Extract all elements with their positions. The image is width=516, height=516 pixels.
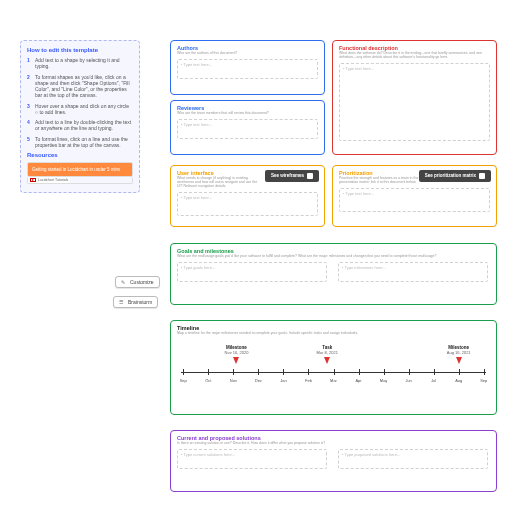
card-subtitle: Map a timeline for the major milestones … <box>177 332 490 336</box>
card-subtitle: What does the software do? Describe it i… <box>339 52 490 60</box>
timeline-tick <box>384 369 385 375</box>
reviewers-input[interactable]: • Type text here... <box>177 119 318 139</box>
help-step: Add text to a shape by selecting it and … <box>35 57 133 70</box>
timeline-tick <box>183 369 184 375</box>
timeline-month-label: Jul <box>431 378 436 383</box>
help-title: How to edit this template <box>27 47 133 53</box>
help-step: To format shapes as you'd like, click on… <box>35 74 133 99</box>
brainstorm-button[interactable]: Brainstorm <box>113 296 158 308</box>
timeline-marker[interactable]: MilestoneNov 16, 2020 <box>213 345 259 364</box>
milestones-input[interactable]: • Type milestones here... <box>338 262 488 282</box>
goals-card[interactable]: Goals and milestones What are the end/us… <box>170 243 497 305</box>
marker-date: Mar 8, 2021 <box>304 350 350 355</box>
timeline-month-label: Sep <box>180 378 187 383</box>
authors-input[interactable]: • Type text here... <box>177 59 318 79</box>
timeline-tick <box>258 369 259 375</box>
resource-video-card[interactable]: Getting started in Lucidchart in under 5… <box>27 162 133 177</box>
timeline-tick <box>359 369 360 375</box>
card-subtitle: What needs to change (if anything) in ex… <box>177 177 262 189</box>
marker-date: Nov 16, 2020 <box>213 350 259 355</box>
timeline-tick <box>308 369 309 375</box>
user-interface-card[interactable]: User interface What needs to change (if … <box>170 165 325 227</box>
timeline-month-label: Oct <box>205 378 211 383</box>
timeline-month-label: Dec <box>255 378 262 383</box>
help-step: Hover over a shape and click on any circ… <box>35 103 133 116</box>
customize-button[interactable]: Customize <box>115 276 160 288</box>
timeline-month-label: Sep <box>480 378 487 383</box>
timeline-month-label: Mar <box>330 378 337 383</box>
help-steps: 1Add text to a shape by selecting it and… <box>27 57 133 148</box>
card-subtitle: Who are the authors of this document? <box>177 52 318 56</box>
timeline-month-label: May <box>380 378 388 383</box>
timeline-month-label: Feb <box>305 378 312 383</box>
menu-icon <box>119 299 125 305</box>
timeline-month-label: Jun <box>405 378 411 383</box>
prioritization-card[interactable]: Prioritization Prioritize the strength a… <box>332 165 497 227</box>
current-solutions-input[interactable]: • Type current solutions here... <box>177 449 327 469</box>
wand-icon <box>121 279 127 285</box>
timeline-month-label: Jan <box>280 378 286 383</box>
functional-description-card[interactable]: Functional description What does the sof… <box>332 40 497 155</box>
timeline-marker[interactable]: TaskMar 8, 2021 <box>304 345 350 364</box>
timeline-tick <box>233 369 234 375</box>
timeline-month-label: Apr <box>355 378 361 383</box>
marker-date: Aug 16, 2021 <box>436 350 482 355</box>
timeline-tick <box>459 369 460 375</box>
reviewers-card[interactable]: Reviewers Who are the team members that … <box>170 100 325 155</box>
resources-title: Resources <box>27 152 133 158</box>
video-headline: Getting started in Lucidchart in under 5… <box>28 163 132 176</box>
timeline-tick <box>283 369 284 375</box>
card-subtitle: Prioritize the strength and features as … <box>339 177 422 185</box>
authors-card[interactable]: Authors Who are the authors of this docu… <box>170 40 325 95</box>
timeline-tick <box>484 369 485 375</box>
timeline-month-label: Aug <box>455 378 462 383</box>
ui-input[interactable]: • Type text here... <box>177 192 318 216</box>
arrow-down-icon <box>324 357 330 364</box>
timeline-chart: SepOctNovDecJanFebMarAprMayJunJulAugSep … <box>177 342 490 397</box>
see-wireframes-button[interactable]: See wireframes <box>265 170 319 182</box>
proposed-solutions-input[interactable]: • Type proposed solutions here... <box>338 449 488 469</box>
timeline-tick <box>409 369 410 375</box>
timeline-tick <box>208 369 209 375</box>
card-subtitle: Who are the team members that will revie… <box>177 112 318 116</box>
funcdesc-input[interactable]: • Type text here... <box>339 63 490 141</box>
timeline-marker[interactable]: MilestoneAug 16, 2021 <box>436 345 482 364</box>
card-subtitle: Is there an existing solution in use? De… <box>177 442 490 446</box>
help-step: Add text to a line by double-clicking th… <box>35 119 133 132</box>
help-step: To format lines, click on a line and use… <box>35 136 133 149</box>
solutions-card[interactable]: Current and proposed solutions Is there … <box>170 430 497 492</box>
arrow-down-icon <box>233 357 239 364</box>
timeline-tick <box>434 369 435 375</box>
timeline-tick <box>334 369 335 375</box>
help-panel: How to edit this template 1Add text to a… <box>20 40 140 193</box>
card-subtitle: What are the end/usage goals you'd like … <box>177 255 490 259</box>
video-caption: Lucidchart Tutorials <box>38 178 68 182</box>
goals-input[interactable]: • Type goals here... <box>177 262 327 282</box>
timeline-card[interactable]: Timeline Map a timeline for the major mi… <box>170 320 497 415</box>
see-prioritization-button[interactable]: See prioritization matrix <box>419 170 491 182</box>
arrow-down-icon <box>456 357 462 364</box>
youtube-icon <box>30 178 36 182</box>
timeline-month-label: Nov <box>230 378 237 383</box>
prio-input[interactable]: • Type text here... <box>339 188 490 212</box>
